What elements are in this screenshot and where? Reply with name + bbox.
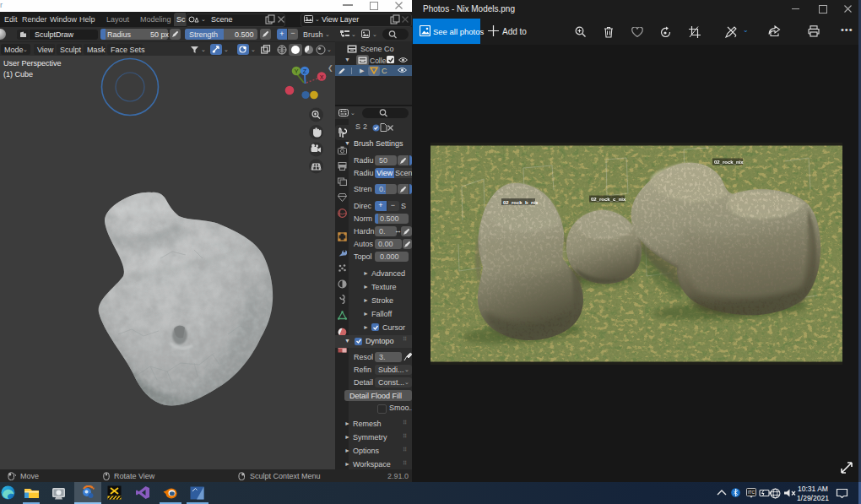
svg-text:02_rock_nix: 02_rock_nix (714, 160, 744, 165)
svg-text:ITC: ITC (748, 490, 755, 495)
svg-text:X: X (320, 74, 324, 80)
svg-text:02_rock_b_nix: 02_rock_b_nix (503, 200, 539, 205)
svg-text:Y: Y (295, 68, 299, 74)
svg-text:02_rock_c_nix: 02_rock_c_nix (591, 197, 626, 202)
svg-text:Z: Z (303, 68, 307, 74)
